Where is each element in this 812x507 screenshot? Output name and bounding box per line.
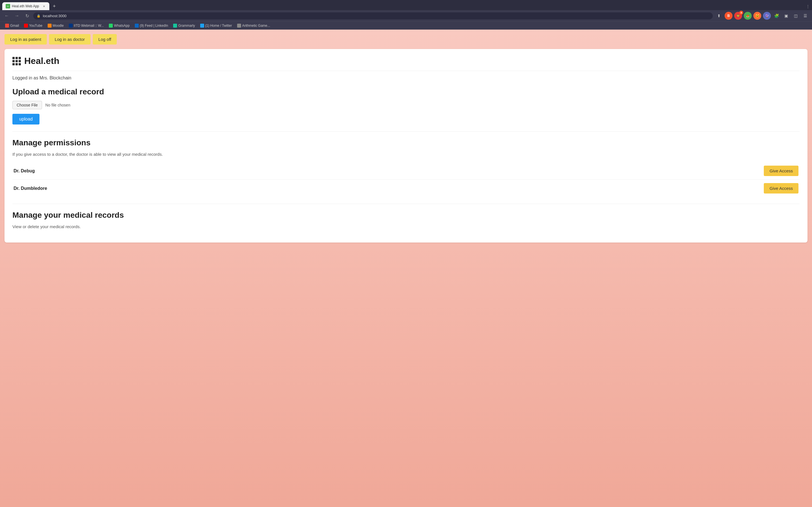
permissions-section: Manage permissions If you give access to… [12,131,800,204]
app-title: Heal.eth [24,56,59,66]
extension-icon-2[interactable]: 🐱 [753,12,761,20]
share-button[interactable]: ⬆ [715,12,723,20]
menu-button[interactable]: ☰ [801,12,809,20]
logged-in-text: Logged in as Mrs. Blockchain [12,73,800,80]
bookmark-grammarly[interactable]: Grammarly [171,23,197,29]
tab-favicon: H [6,4,10,8]
tab-title: Heal.eth Web App [12,4,39,8]
address-bar[interactable]: 🔒 localhost:3000 [33,12,713,19]
browser-chrome: H Heal.eth Web App ✕ + ⋮ ← → ↻ 🔒 localho… [0,0,812,30]
app-wrapper: Log in as patient Log in as doctor Log o… [0,30,812,506]
log-off-button[interactable]: Log off [93,34,117,45]
doctor-name-debug: Dr. Debug [13,168,35,173]
sidebar-button[interactable]: ▣ [782,12,790,20]
bookmark-linkedin-label: (9) Feed | LinkedIn [140,24,168,27]
doctor-name-dumbledore: Dr. Dumbledore [13,186,47,191]
back-button[interactable]: ← [3,12,11,20]
refresh-button[interactable]: ↻ [23,12,31,20]
browser-toolbar: ← → ↻ 🔒 localhost:3000 ⬆ B 🦁 4 🦊 🐱 🔮 🧩 ▣… [0,10,812,21]
twitter-favicon [200,24,204,27]
metamask-icon[interactable]: 🦊 [744,12,752,20]
bookmark-whatsapp-label: WhatsApp [114,24,130,27]
arithmetic-favicon [237,24,241,27]
nav-buttons-row: Log in as patient Log in as doctor Log o… [4,34,808,45]
give-access-dumbledore-button[interactable]: Give Access [764,183,799,193]
address-text: localhost:3000 [43,14,66,18]
bookmark-gmail-label: Gmail [10,24,19,27]
bookmark-grammarly-label: Grammarly [178,24,195,27]
iitd-favicon [69,24,73,27]
gmail-favicon [5,24,9,27]
security-lock-icon: 🔒 [37,14,41,18]
bookmark-linkedin[interactable]: (9) Feed | LinkedIn [133,23,170,29]
forward-button[interactable]: → [13,12,21,20]
give-access-debug-button[interactable]: Give Access [764,166,799,176]
youtube-favicon [24,24,28,27]
bookmark-arithmetic[interactable]: Arithmetic Game... [235,23,272,29]
wallet-button[interactable]: ◫ [792,12,800,20]
logo-dot-6 [18,60,21,62]
records-section-title: Manage your medical records [12,211,800,220]
choose-file-button[interactable]: Choose File [12,101,42,109]
log-in-as-doctor-button[interactable]: Log in as doctor [49,34,91,45]
doctor-row-debug: Dr. Debug Give Access [12,162,800,180]
bookmark-moodle[interactable]: Moodle [45,23,66,29]
bookmark-iitd-label: IITD Webmail :: W... [74,24,104,27]
bookmark-youtube-label: YouTube [29,24,42,27]
extensions-button[interactable]: 🧩 [772,12,780,20]
upload-section-title: Upload a medical record [12,87,800,96]
records-description: View or delete your medical records. [12,224,800,229]
tab-bar: H Heal.eth Web App ✕ + ⋮ [0,0,812,10]
permissions-description: If you give access to a doctor, the doct… [12,152,800,157]
active-tab[interactable]: H Heal.eth Web App ✕ [2,2,49,10]
bookmark-youtube[interactable]: YouTube [22,23,45,29]
logo-dot-1 [12,57,15,59]
app-header: Heal.eth [12,56,800,71]
records-section: Manage your medical records View or dele… [12,204,800,236]
logo-dot-8 [15,63,18,65]
no-file-text: No file chosen [45,103,70,107]
logo-dot-2 [15,57,18,59]
bookmark-twitter[interactable]: (1) Home / Twitter [198,23,234,29]
logo-dot-9 [18,63,21,65]
tab-close-button[interactable]: ✕ [42,4,46,8]
log-in-as-patient-button[interactable]: Log in as patient [4,34,47,45]
logo-dot-3 [18,57,21,59]
bookmark-moodle-label: Moodle [53,24,64,27]
new-tab-button[interactable]: + [50,2,58,10]
bookmark-whatsapp[interactable]: WhatsApp [107,23,132,29]
grammarly-favicon [173,24,177,27]
bookmark-twitter-label: (1) Home / Twitter [205,24,232,27]
notification-badge: 4 [739,11,743,15]
toolbar-right-icons: ⬆ B 🦁 4 🦊 🐱 🔮 🧩 ▣ ◫ ☰ [715,12,809,20]
brave-shields-icon[interactable]: B [725,12,732,20]
upload-section: Upload a medical record Choose File No f… [12,80,800,131]
main-card: Heal.eth Logged in as Mrs. Blockchain Up… [4,49,808,242]
linkedin-favicon [135,24,139,27]
permissions-section-title: Manage permissions [12,138,800,147]
logo-dot-5 [15,60,18,62]
extension-icon-3[interactable]: 🔮 [763,12,771,20]
doctor-row-dumbledore: Dr. Dumbledore Give Access [12,180,800,197]
whatsapp-favicon [109,24,113,27]
upload-button[interactable]: upload [12,114,40,124]
bookmark-gmail[interactable]: Gmail [3,23,21,29]
bookmark-arithmetic-label: Arithmetic Game... [242,24,270,27]
bookmarks-bar: Gmail YouTube Moodle IITD Webmail :: W..… [0,21,812,30]
moodle-favicon [48,24,52,27]
minimize-button[interactable]: ⋮ [806,4,810,8]
bookmark-iitd[interactable]: IITD Webmail :: W... [66,23,106,29]
file-input-row: Choose File No file chosen [12,101,800,109]
logo-dot-4 [12,60,15,62]
logo-dot-7 [12,63,15,65]
app-logo-grid [12,57,21,65]
